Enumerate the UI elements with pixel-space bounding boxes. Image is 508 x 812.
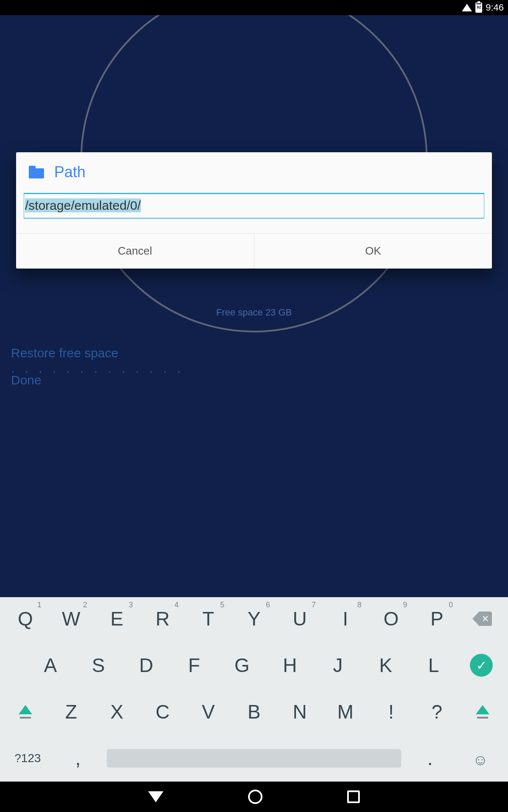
emoji-icon: ☺ (472, 751, 488, 768)
nav-recent-icon[interactable] (347, 790, 360, 803)
key-d[interactable]: D (122, 648, 170, 683)
key-z[interactable]: Z (48, 694, 94, 729)
key-enter[interactable]: ✓ (458, 648, 505, 683)
clock: 9:46 (486, 2, 504, 13)
key-k[interactable]: K (362, 648, 410, 683)
key-exclaim[interactable]: ! (368, 694, 414, 729)
key-comma[interactable]: , (53, 741, 103, 776)
key-y[interactable]: 6Y (231, 601, 277, 636)
key-a[interactable]: A (27, 648, 75, 683)
dialog-header: Path (16, 152, 492, 193)
restore-label: Restore free space (11, 346, 118, 360)
key-emoji[interactable]: ☺ (455, 741, 505, 776)
backspace-icon: ✕ (473, 612, 492, 626)
free-space-label: Free space 23 GB (0, 307, 508, 318)
key-question[interactable]: ? (414, 694, 460, 729)
nav-home-icon[interactable] (248, 790, 262, 804)
key-j[interactable]: J (314, 648, 362, 683)
check-icon: ✓ (470, 654, 493, 677)
key-x[interactable]: X (94, 694, 140, 729)
dialog-title: Path (54, 163, 86, 181)
wifi-icon (462, 4, 472, 11)
app-background: Free space 23 GB Restore free space . . … (0, 15, 508, 782)
shift-icon (3, 705, 48, 719)
key-t[interactable]: 5T (185, 601, 231, 636)
key-h[interactable]: H (266, 648, 314, 683)
navigation-bar (0, 782, 508, 812)
key-u[interactable]: 7U (277, 601, 323, 636)
key-symbols[interactable]: ?123 (3, 746, 53, 771)
key-b[interactable]: B (231, 694, 277, 729)
cancel-button[interactable]: Cancel (16, 233, 254, 269)
key-r[interactable]: 4R (140, 601, 185, 636)
key-c[interactable]: C (140, 694, 185, 729)
key-space[interactable] (103, 743, 405, 774)
battery-level: 92 (476, 5, 481, 9)
done-label: Done (11, 373, 41, 387)
ok-button[interactable]: OK (254, 233, 492, 269)
key-l[interactable]: L (410, 648, 458, 683)
shift-icon (460, 705, 505, 719)
key-o[interactable]: 9O (368, 601, 414, 636)
key-s[interactable]: S (75, 648, 122, 683)
key-shift-right[interactable] (460, 699, 505, 724)
folder-icon (29, 166, 44, 178)
key-q[interactable]: 1Q (3, 601, 48, 636)
key-p[interactable]: 0P (414, 601, 460, 636)
key-shift-left[interactable] (3, 699, 48, 724)
key-i[interactable]: 8I (323, 601, 368, 636)
key-f[interactable]: F (170, 648, 218, 683)
key-g[interactable]: G (218, 648, 266, 683)
path-dialog: Path /storage/emulated/0/ Cancel OK (16, 152, 492, 269)
key-e[interactable]: 3E (94, 601, 140, 636)
key-period[interactable]: . (405, 741, 455, 776)
battery-icon: 92 (475, 3, 482, 13)
key-backspace[interactable]: ✕ (460, 606, 505, 632)
status-bar: 92 9:46 (0, 0, 508, 15)
key-n[interactable]: N (277, 694, 323, 729)
path-input[interactable]: /storage/emulated/0/ (24, 193, 484, 219)
soft-keyboard: 1Q2W3E4R5T6Y7U8I9O0P✕ ASDFGHJKL✓ ZXCVBNM… (0, 597, 508, 782)
key-m[interactable]: M (323, 694, 368, 729)
key-w[interactable]: 2W (48, 601, 94, 636)
nav-back-icon[interactable] (148, 791, 163, 802)
key-v[interactable]: V (185, 694, 231, 729)
